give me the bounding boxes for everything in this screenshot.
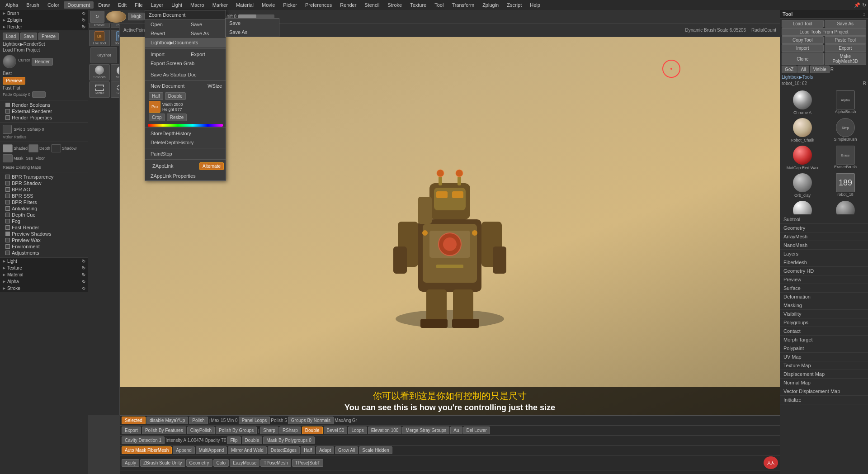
menu-item-stroke[interactable]: Stroke xyxy=(384,1,406,9)
dropdown-open[interactable]: Open xyxy=(145,20,185,29)
menu-item-help[interactable]: Help xyxy=(526,1,544,9)
bpr-transparency-cb[interactable] xyxy=(5,175,10,179)
save-button[interactable]: Save xyxy=(20,33,37,40)
depth-cue-row[interactable]: Depth Cue xyxy=(3,212,85,218)
menu-nano-mesh[interactable]: NanoMesh xyxy=(780,241,868,250)
menu-item-tool[interactable]: Tool xyxy=(431,1,447,9)
menu-item-alpha[interactable]: Alpha xyxy=(2,1,22,9)
loops-btn[interactable]: Loops xyxy=(348,427,367,434)
light-refresh[interactable]: ↻ xyxy=(82,259,85,264)
adjustments-row[interactable]: Adjustments xyxy=(3,250,85,256)
alpha-section-header[interactable]: ▶ Alpha ↻ xyxy=(0,278,88,285)
make-bool-icon[interactable]: Msh Bool Msh xyxy=(111,30,120,46)
fog-cb[interactable] xyxy=(5,219,10,223)
half-row4-btn[interactable]: Half xyxy=(301,446,315,454)
preview-wax-row[interactable]: Preview Wax xyxy=(3,237,85,243)
menu-item-document[interactable]: Document xyxy=(64,1,94,9)
crop-btn[interactable]: Crop xyxy=(149,114,165,121)
menu-item-material[interactable]: Material xyxy=(232,1,257,9)
material-basic[interactable]: BasicMaterial xyxy=(825,200,866,214)
all-btn[interactable]: All xyxy=(797,66,809,73)
depth-cue-cb[interactable] xyxy=(5,213,10,217)
color-swatch[interactable] xyxy=(32,91,46,98)
dropdown-store-depth[interactable]: StoreDepthHistory xyxy=(145,129,226,138)
menu-fiber-mesh[interactable]: FiberMesh xyxy=(780,258,868,267)
paste-tool-btn[interactable]: Paste Tool xyxy=(825,36,867,44)
cavity-detection-btn[interactable]: Cavity Detection 1 xyxy=(122,436,165,444)
menu-uv-map[interactable]: UV Map xyxy=(780,353,868,361)
multiappend-btn[interactable]: MultiAppend xyxy=(196,446,227,454)
menu-surface[interactable]: Surface xyxy=(780,284,868,293)
menu-contact[interactable]: Contact xyxy=(780,327,868,336)
dropdown-new-document[interactable]: New Document xyxy=(145,81,204,90)
light-section-header[interactable]: ▶ Light ↻ xyxy=(0,258,88,265)
menu-morph-target[interactable]: Morph Target xyxy=(780,336,868,344)
dropdown-paintstop[interactable]: PaintStop xyxy=(145,149,226,158)
brush-alpha[interactable]: Alpha AlphaBrush xyxy=(825,90,866,116)
menu-item-transform[interactable]: Transform xyxy=(448,1,478,9)
geometry-row5-btn[interactable]: Geometry xyxy=(186,459,212,467)
menu-item-preferences[interactable]: Preferences xyxy=(302,1,335,9)
tpose-subt-btn[interactable]: TPose|SubT xyxy=(292,459,323,467)
panel-loops-btn[interactable]: Panel Loops xyxy=(239,417,270,424)
stroke-section-header[interactable]: ▶ Stroke ↻ xyxy=(0,285,88,292)
grow-all-btn[interactable]: Grow All xyxy=(335,446,358,454)
lightbox-tools-label[interactable]: Lightbox▶Tools xyxy=(782,75,813,80)
fast-render-row[interactable]: Fast Render xyxy=(3,224,85,231)
menu-normal-map[interactable]: Normal Map xyxy=(780,379,868,387)
mask-by-polygroups-btn[interactable]: Mask By Polygroups 0 xyxy=(263,436,315,444)
panel-expand-icon[interactable]: ↕ xyxy=(863,11,866,17)
dropdown-zapplink[interactable]: ZAppLink xyxy=(147,161,198,171)
menu-item-light[interactable]: Light xyxy=(168,1,186,9)
menu-item-macro[interactable]: Macro xyxy=(187,1,208,9)
bpr-shadow-row[interactable]: BPR Shadow xyxy=(3,180,85,186)
menu-geometry-hd[interactable]: Geometry HD xyxy=(780,267,868,275)
merge-stray-groups-btn[interactable]: Merge Stray Groups xyxy=(402,427,449,434)
menu-item-texture[interactable]: Texture xyxy=(406,1,430,9)
dropdown-zapplink-props[interactable]: ZAppLink Properties xyxy=(145,171,226,180)
smooth-btn[interactable]: Smooth xyxy=(89,64,110,81)
export-btn[interactable]: Export xyxy=(825,44,867,52)
load-tool-btn[interactable]: Load Tool xyxy=(782,20,824,28)
menu-item-stencil[interactable]: Stencil xyxy=(361,1,383,9)
render-booleans-checkbox[interactable] xyxy=(5,103,10,107)
external-renderer-checkbox[interactable] xyxy=(5,109,10,114)
clone-btn[interactable]: Clone xyxy=(782,52,824,65)
preview-wax-cb[interactable] xyxy=(5,238,10,242)
render-section-header[interactable]: ▶ Render ↻ xyxy=(0,24,88,30)
select-class-btn[interactable]: SectCl xyxy=(111,81,120,98)
material-robot-chalk[interactable]: Robot_Chalk xyxy=(782,117,823,143)
scale-hidden-btn[interactable]: Scale Hidden xyxy=(359,446,392,454)
menu-item-file[interactable]: File xyxy=(131,1,146,9)
fast-render-cb[interactable] xyxy=(5,225,10,230)
refresh-icon[interactable]: ↻ xyxy=(862,2,866,8)
dropdown-delete-depth[interactable]: DeleteDepthHistory xyxy=(145,138,226,147)
eazymouse-btn[interactable]: EazyMouse xyxy=(230,459,259,467)
menu-deformation[interactable]: Deformation xyxy=(780,293,868,301)
preview-shadows-row[interactable]: Preview Shadows xyxy=(3,231,85,237)
rsharp-btn[interactable]: RSharp xyxy=(279,427,301,434)
bpr-sss-row[interactable]: BPR SSS xyxy=(3,193,85,199)
polish-by-features-btn[interactable]: Polish By Features xyxy=(142,427,186,434)
double-row3-btn[interactable]: Double xyxy=(242,436,263,444)
menu-geometry[interactable]: Geometry xyxy=(780,224,868,232)
menu-polypaint[interactable]: Polypaint xyxy=(780,344,868,353)
menu-vector-displacement[interactable]: Vector Displacement Map xyxy=(780,387,868,396)
load-button[interactable]: Load xyxy=(3,33,19,40)
export-bottom-btn[interactable]: Export xyxy=(122,427,141,434)
rotate-mode-btn[interactable]: ↻ xyxy=(90,11,104,23)
menu-polygroups[interactable]: Polygroups xyxy=(780,318,868,327)
dropdown-export-screen-grab[interactable]: Export Screen Grab xyxy=(145,59,226,68)
dropdown-save-as[interactable]: Save As xyxy=(185,29,226,38)
keyshot-btn[interactable]: Keyshot xyxy=(90,47,117,63)
material-orb-clay-gloss[interactable]: Orb_clay_gloss xyxy=(782,200,823,214)
menu-item-picker[interactable]: Picker xyxy=(279,1,301,9)
polish-by-groups-btn[interactable]: Polish By Groups xyxy=(216,427,257,434)
auto-mask-fibermesh-btn[interactable]: Auto Mask FiberMesh xyxy=(122,446,172,454)
resize-btn[interactable]: Resize xyxy=(167,114,187,121)
render-refresh-icon[interactable]: ↻ xyxy=(82,24,85,29)
render-properties-checkbox[interactable] xyxy=(5,115,10,120)
menu-item-draw[interactable]: Draw xyxy=(94,1,113,9)
menu-subtool[interactable]: Subtool xyxy=(780,215,868,224)
texture-section-header[interactable]: ▶ Texture ↻ xyxy=(0,265,88,271)
